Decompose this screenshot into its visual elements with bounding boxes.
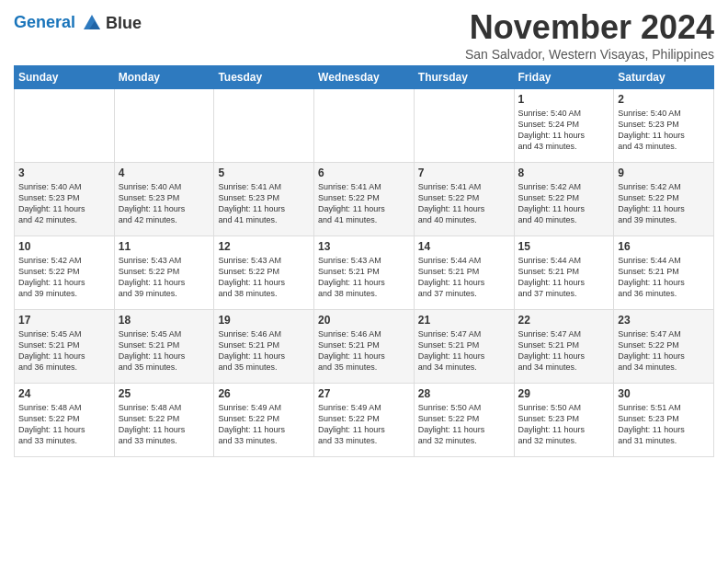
calendar-cell [314,88,415,162]
day-number: 9 [618,167,710,179]
day-info: Sunrise: 5:49 AM Sunset: 5:22 PM Dayligh… [318,402,410,447]
day-info: Sunrise: 5:47 AM Sunset: 5:21 PM Dayligh… [418,328,510,373]
title-block: November 2024 San Salvador, Western Visa… [465,9,714,62]
day-number: 13 [318,240,410,253]
day-info: Sunrise: 5:45 AM Sunset: 5:21 PM Dayligh… [18,328,110,373]
day-number: 25 [119,387,210,400]
calendar-cell: 30Sunrise: 5:51 AM Sunset: 5:23 PM Dayli… [614,383,714,456]
calendar-week-row: 10Sunrise: 5:42 AM Sunset: 5:22 PM Dayli… [15,236,714,309]
calendar-cell: 22Sunrise: 5:47 AM Sunset: 5:21 PM Dayli… [514,309,614,383]
day-info: Sunrise: 5:40 AM Sunset: 5:23 PM Dayligh… [618,108,710,153]
day-number: 21 [418,314,510,327]
calendar-cell: 14Sunrise: 5:44 AM Sunset: 5:21 PM Dayli… [414,236,514,309]
calendar-cell: 4Sunrise: 5:40 AM Sunset: 5:23 PM Daylig… [114,162,214,236]
calendar-cell: 2Sunrise: 5:40 AM Sunset: 5:23 PM Daylig… [614,88,714,162]
calendar-cell: 25Sunrise: 5:48 AM Sunset: 5:22 PM Dayli… [114,383,214,456]
calendar-cell: 29Sunrise: 5:50 AM Sunset: 5:23 PM Dayli… [514,383,614,456]
day-number: 17 [18,314,110,327]
logo-icon [82,13,102,33]
day-number: 24 [18,387,110,400]
day-number: 11 [119,240,210,253]
day-number: 8 [518,167,610,179]
day-info: Sunrise: 5:43 AM Sunset: 5:21 PM Dayligh… [318,255,410,300]
calendar-cell: 5Sunrise: 5:41 AM Sunset: 5:23 PM Daylig… [214,162,314,236]
day-number: 27 [318,387,410,400]
day-info: Sunrise: 5:46 AM Sunset: 5:21 PM Dayligh… [318,328,410,373]
day-info: Sunrise: 5:42 AM Sunset: 5:22 PM Dayligh… [18,255,110,300]
calendar-cell: 15Sunrise: 5:44 AM Sunset: 5:21 PM Dayli… [514,236,614,309]
header-row: General Blue November 2024 San Salvador,… [14,9,714,62]
day-info: Sunrise: 5:48 AM Sunset: 5:22 PM Dayligh… [18,402,110,447]
calendar-cell: 19Sunrise: 5:46 AM Sunset: 5:21 PM Dayli… [214,309,314,383]
day-info: Sunrise: 5:41 AM Sunset: 5:23 PM Dayligh… [218,181,310,226]
calendar-cell: 11Sunrise: 5:43 AM Sunset: 5:22 PM Dayli… [114,236,214,309]
header-monday: Monday [114,65,214,88]
day-info: Sunrise: 5:50 AM Sunset: 5:23 PM Dayligh… [518,402,610,447]
day-info: Sunrise: 5:41 AM Sunset: 5:22 PM Dayligh… [418,181,510,226]
header-saturday: Saturday [614,65,714,88]
day-info: Sunrise: 5:42 AM Sunset: 5:22 PM Dayligh… [618,181,710,226]
calendar-cell: 6Sunrise: 5:41 AM Sunset: 5:22 PM Daylig… [314,162,415,236]
day-info: Sunrise: 5:49 AM Sunset: 5:22 PM Dayligh… [218,402,310,447]
calendar-cell: 13Sunrise: 5:43 AM Sunset: 5:21 PM Dayli… [314,236,415,309]
day-number: 18 [119,314,210,327]
calendar-week-row: 17Sunrise: 5:45 AM Sunset: 5:21 PM Dayli… [15,309,714,383]
day-info: Sunrise: 5:40 AM Sunset: 5:24 PM Dayligh… [518,108,610,153]
calendar-cell: 27Sunrise: 5:49 AM Sunset: 5:22 PM Dayli… [314,383,415,456]
day-info: Sunrise: 5:44 AM Sunset: 5:21 PM Dayligh… [518,255,610,300]
day-number: 6 [318,167,410,179]
day-info: Sunrise: 5:51 AM Sunset: 5:23 PM Dayligh… [618,402,710,447]
calendar-week-row: 3Sunrise: 5:40 AM Sunset: 5:23 PM Daylig… [15,162,714,236]
day-number: 26 [218,387,310,400]
day-info: Sunrise: 5:45 AM Sunset: 5:21 PM Dayligh… [119,328,210,373]
calendar-cell [114,88,214,162]
calendar-cell: 17Sunrise: 5:45 AM Sunset: 5:21 PM Dayli… [15,309,115,383]
day-number: 3 [18,167,110,179]
calendar-cell: 9Sunrise: 5:42 AM Sunset: 5:22 PM Daylig… [614,162,714,236]
calendar-cell: 16Sunrise: 5:44 AM Sunset: 5:21 PM Dayli… [614,236,714,309]
logo-text: General [14,13,104,33]
header-sunday: Sunday [15,65,115,88]
day-info: Sunrise: 5:50 AM Sunset: 5:22 PM Dayligh… [418,402,510,447]
calendar-cell: 26Sunrise: 5:49 AM Sunset: 5:22 PM Dayli… [214,383,314,456]
calendar-cell: 1Sunrise: 5:40 AM Sunset: 5:24 PM Daylig… [514,88,614,162]
day-number: 12 [218,240,310,253]
calendar-cell: 8Sunrise: 5:42 AM Sunset: 5:22 PM Daylig… [514,162,614,236]
day-number: 5 [218,167,310,179]
day-info: Sunrise: 5:44 AM Sunset: 5:21 PM Dayligh… [418,255,510,300]
day-info: Sunrise: 5:44 AM Sunset: 5:21 PM Dayligh… [618,255,710,300]
calendar-week-row: 1Sunrise: 5:40 AM Sunset: 5:24 PM Daylig… [15,88,714,162]
logo-general: General [14,13,75,31]
day-info: Sunrise: 5:47 AM Sunset: 5:22 PM Dayligh… [618,328,710,373]
day-number: 30 [618,387,710,400]
day-number: 22 [518,314,610,327]
header-wednesday: Wednesday [314,65,415,88]
calendar-cell: 10Sunrise: 5:42 AM Sunset: 5:22 PM Dayli… [15,236,115,309]
day-info: Sunrise: 5:46 AM Sunset: 5:21 PM Dayligh… [218,328,310,373]
day-number: 1 [518,93,610,106]
logo-blue: Blue [106,14,142,33]
day-info: Sunrise: 5:48 AM Sunset: 5:22 PM Dayligh… [119,402,210,447]
calendar-cell: 12Sunrise: 5:43 AM Sunset: 5:22 PM Dayli… [214,236,314,309]
header-tuesday: Tuesday [214,65,314,88]
calendar-header-row: SundayMondayTuesdayWednesdayThursdayFrid… [15,65,714,88]
day-number: 15 [518,240,610,253]
day-number: 10 [18,240,110,253]
calendar-cell: 28Sunrise: 5:50 AM Sunset: 5:22 PM Dayli… [414,383,514,456]
calendar-cell: 7Sunrise: 5:41 AM Sunset: 5:22 PM Daylig… [414,162,514,236]
day-number: 7 [418,167,510,179]
day-number: 16 [618,240,710,253]
calendar-cell: 24Sunrise: 5:48 AM Sunset: 5:22 PM Dayli… [15,383,115,456]
header-friday: Friday [514,65,614,88]
month-title: November 2024 [465,9,714,46]
day-number: 19 [218,314,310,327]
day-number: 20 [318,314,410,327]
calendar-cell [214,88,314,162]
day-info: Sunrise: 5:40 AM Sunset: 5:23 PM Dayligh… [18,181,110,226]
header-thursday: Thursday [414,65,514,88]
day-info: Sunrise: 5:43 AM Sunset: 5:22 PM Dayligh… [119,255,210,300]
calendar-cell: 21Sunrise: 5:47 AM Sunset: 5:21 PM Dayli… [414,309,514,383]
calendar-cell: 23Sunrise: 5:47 AM Sunset: 5:22 PM Dayli… [614,309,714,383]
calendar-cell: 3Sunrise: 5:40 AM Sunset: 5:23 PM Daylig… [15,162,115,236]
day-number: 14 [418,240,510,253]
